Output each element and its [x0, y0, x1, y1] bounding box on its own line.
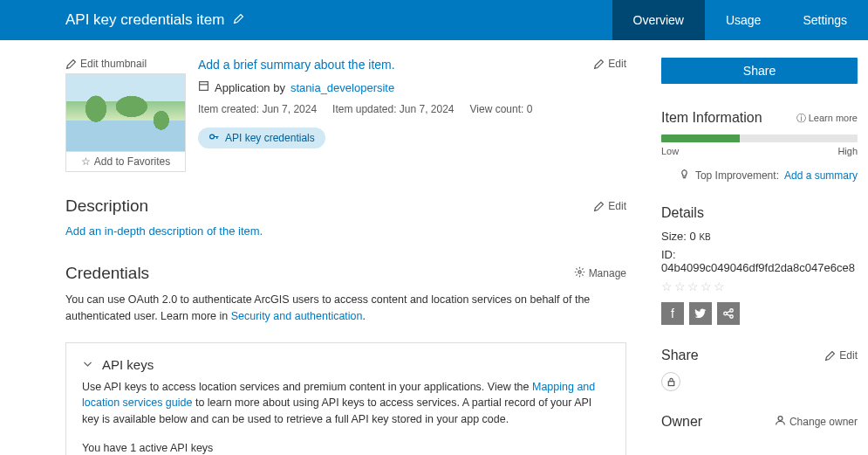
add-summary-link[interactable]: Add a brief summary about the item. — [198, 58, 395, 72]
credentials-text: You can use OAuth 2.0 to authenticate Ar… — [65, 292, 626, 325]
share-button[interactable]: Share — [661, 58, 858, 84]
app-by-label: Application by — [215, 81, 285, 94]
user-icon — [775, 415, 786, 429]
header-tabs: Overview Usage Settings — [612, 0, 868, 40]
edit-summary-link[interactable]: Edit — [593, 58, 626, 70]
gear-icon — [574, 266, 585, 280]
author-link[interactable]: stania_developersite — [290, 81, 394, 94]
lightbulb-icon — [679, 169, 690, 183]
svg-point-4 — [724, 312, 728, 315]
credentials-title: Credentials — [65, 264, 149, 283]
completeness-bar — [661, 134, 858, 142]
svg-point-8 — [778, 417, 783, 421]
rating-stars[interactable]: ☆☆☆☆☆ — [661, 279, 858, 293]
social-buttons: f — [661, 302, 858, 325]
active-keys-count: You have 1 active API keys — [82, 440, 610, 455]
badge-label: API key credentials — [225, 132, 315, 144]
edit-share-link[interactable]: Edit — [824, 349, 858, 362]
edit-title-icon[interactable] — [233, 13, 244, 27]
edit-description-link[interactable]: Edit — [593, 200, 626, 212]
security-auth-link[interactable]: Security and authentication — [231, 310, 363, 322]
side-column: Share Item Information ⓘ Learn more Low … — [661, 58, 858, 455]
details-section: Details Size: 0 KB ID: 04b4099c049046df9… — [661, 205, 858, 325]
edit-thumbnail-link[interactable]: Edit thumbnail — [65, 58, 186, 70]
favorite-label: Add to Favorites — [94, 155, 170, 168]
id-line: ID: 04b4099c049046df9fd2da8c047e6ce8 — [661, 248, 858, 274]
svg-point-1 — [210, 134, 215, 139]
svg-point-6 — [730, 315, 734, 319]
share-link-icon[interactable] — [717, 302, 740, 325]
tab-usage[interactable]: Usage — [705, 0, 782, 40]
add-to-favorites-button[interactable]: ☆ Add to Favorites — [65, 152, 186, 172]
share-section: Share Edit — [661, 348, 858, 391]
item-type-badge: API key credentials — [198, 128, 325, 148]
api-keys-panel: API keys Use API keys to access location… — [65, 342, 626, 456]
description-title: Description — [65, 196, 148, 216]
svg-point-2 — [578, 271, 581, 273]
lock-icon — [661, 372, 680, 391]
svg-rect-7 — [668, 381, 674, 385]
api-keys-description: Use API keys to access location services… — [82, 379, 610, 428]
owner-title: Owner — [661, 414, 702, 430]
tab-settings[interactable]: Settings — [782, 0, 868, 40]
svg-rect-0 — [200, 82, 208, 91]
thumbnail-image[interactable] — [65, 73, 186, 152]
main-column: Edit thumbnail ☆ Add to Favorites Add a … — [65, 58, 626, 455]
api-keys-toggle[interactable]: API keys — [82, 357, 610, 372]
details-title: Details — [661, 205, 704, 221]
svg-point-5 — [730, 309, 734, 313]
tab-overview[interactable]: Overview — [612, 0, 705, 40]
change-owner-link[interactable]: Change owner — [775, 415, 858, 429]
key-icon — [208, 131, 220, 145]
owner-section: Owner Change owner — [661, 414, 858, 430]
manage-credentials-link[interactable]: Manage — [574, 266, 626, 280]
page-title: API key credentials item — [65, 11, 224, 29]
edit-summary-label: Edit — [608, 58, 626, 70]
add-description-link[interactable]: Add an in-depth description of the item. — [65, 224, 263, 238]
twitter-icon[interactable] — [689, 302, 712, 325]
share-title: Share — [661, 348, 699, 363]
top-improvement-link[interactable]: Add a summary — [784, 169, 858, 182]
star-icon: ☆ — [81, 155, 91, 168]
facebook-icon[interactable]: f — [661, 302, 684, 325]
thumbnail-box: Edit thumbnail ☆ Add to Favorites — [65, 58, 186, 172]
chevron-down-icon — [82, 357, 93, 372]
api-keys-title: API keys — [102, 357, 154, 372]
credentials-section: Credentials Manage You can use OAuth 2.0… — [65, 264, 626, 455]
description-section: Description Edit Add an in-depth descrip… — [65, 196, 626, 238]
item-header: Edit thumbnail ☆ Add to Favorites Add a … — [65, 58, 626, 172]
item-meta: Add a brief summary about the item. Edit… — [198, 58, 626, 172]
learn-more-link[interactable]: ⓘ Learn more — [796, 112, 858, 125]
info-icon: ⓘ — [796, 112, 806, 125]
edit-thumbnail-label: Edit thumbnail — [80, 58, 147, 70]
item-info-title: Item Information — [661, 110, 762, 126]
size-line: Size: 0 KB — [661, 230, 858, 243]
top-bar: API key credentials item Overview Usage … — [0, 0, 868, 40]
item-information-section: Item Information ⓘ Learn more Low High T… — [661, 110, 858, 183]
app-icon — [198, 80, 209, 94]
